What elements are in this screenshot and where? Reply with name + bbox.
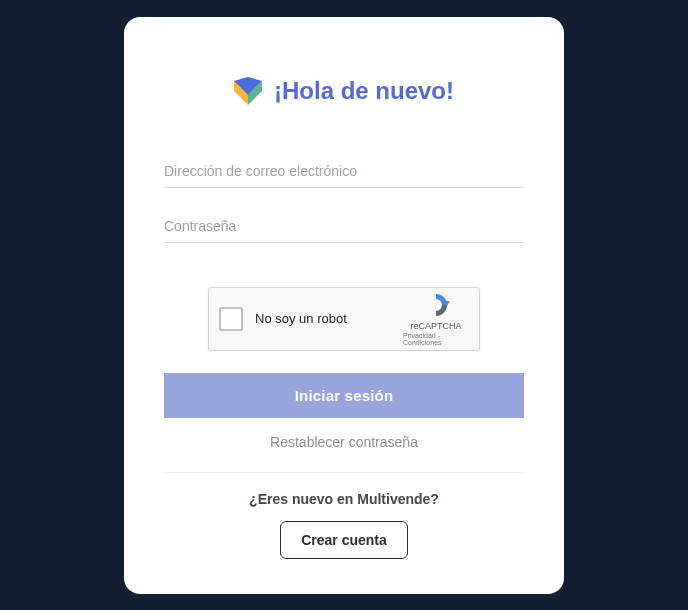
email-field-wrap (164, 155, 524, 188)
email-input[interactable] (164, 155, 524, 188)
recaptcha-brand-text: reCAPTCHA (410, 321, 461, 331)
multivende-logo-icon (234, 77, 262, 105)
signup-prompt: ¿Eres nuevo en Multivende? (164, 491, 524, 507)
recaptcha-label: No soy un robot (255, 311, 403, 326)
password-field-wrap (164, 210, 524, 243)
recaptcha-branding: reCAPTCHA Privacidad - Condiciones (403, 291, 469, 346)
divider (164, 472, 524, 473)
recaptcha-terms-text: Privacidad - Condiciones (403, 332, 469, 346)
login-button[interactable]: Iniciar sesión (164, 373, 524, 418)
page-title: ¡Hola de nuevo! (274, 77, 454, 105)
login-form: No soy un robot reCAPTCHA Privacidad - C… (164, 155, 524, 559)
recaptcha-logo-icon (422, 291, 450, 319)
password-input[interactable] (164, 210, 524, 243)
recaptcha-widget[interactable]: No soy un robot reCAPTCHA Privacidad - C… (208, 287, 480, 351)
login-card: ¡Hola de nuevo! No soy un robot reCAPTCH… (124, 17, 564, 594)
reset-password-link[interactable]: Restablecer contraseña (164, 434, 524, 450)
recaptcha-checkbox[interactable] (219, 307, 243, 331)
create-account-button[interactable]: Crear cuenta (280, 521, 408, 559)
header: ¡Hola de nuevo! (234, 77, 454, 105)
